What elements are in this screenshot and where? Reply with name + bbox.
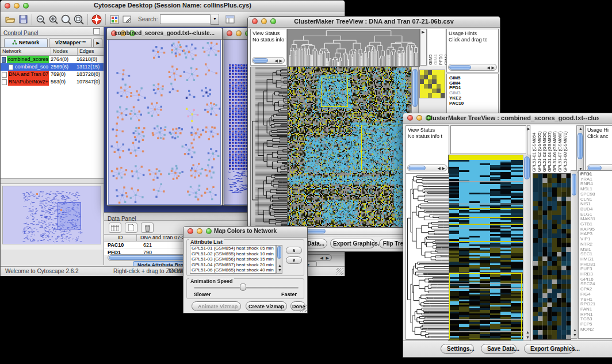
attribute-table-icon-button[interactable] xyxy=(109,223,121,233)
attribute-list-scrollbar[interactable]: ▲▼ xyxy=(276,245,282,274)
minimize-button[interactable] xyxy=(416,115,422,121)
network-row[interactable]: DNA and Tran 07769(0)183728(0) xyxy=(1,71,104,78)
attribute-item[interactable]: GPL51-03 (GSM856) heat shock 15 min xyxy=(190,256,276,262)
tv2-save-data-button[interactable]: Save Data... xyxy=(481,344,517,354)
tv1-column-dendrogram[interactable] xyxy=(287,29,420,67)
new-attribute-icon-button[interactable] xyxy=(125,223,137,233)
matrix-cell xyxy=(420,79,424,84)
column-label[interactable]: GPL51-03 (GSM856) xyxy=(542,126,547,172)
animation-slider-track[interactable] xyxy=(194,287,299,289)
column-label[interactable]: PFD1 xyxy=(438,30,443,65)
search-dropdown-button[interactable]: ▼ xyxy=(211,14,219,25)
attribute-list-label: Attribute List xyxy=(189,239,224,245)
tabs-overflow-arrow[interactable]: ▶ xyxy=(93,38,102,47)
column-label[interactable]: GPL51-07 (GSM868) xyxy=(557,126,563,172)
dialog-titlebar[interactable]: Map Colors to Network xyxy=(183,227,307,237)
tv2-gene-vscrollbar[interactable]: ▲▼ xyxy=(571,170,577,339)
tv1-detail-matrix[interactable] xyxy=(419,70,445,98)
tv1-heatmap-canvas[interactable] xyxy=(287,67,412,228)
gene-label[interactable]: PAC10 xyxy=(449,101,498,106)
toolbar-separator xyxy=(32,14,32,25)
toolbar-separator xyxy=(87,14,88,25)
matrix-cell xyxy=(420,89,424,93)
help-lifering-icon[interactable] xyxy=(90,14,103,25)
network-view-a-canvas[interactable] xyxy=(108,40,221,205)
tv2-settings-button[interactable]: Settings... xyxy=(441,344,474,354)
attribute-item[interactable]: GPL51-04 (GSM857) heat shock 20 min xyxy=(190,262,276,268)
matrix-cell xyxy=(432,79,436,84)
attribute-item[interactable]: GPL51-02 (GSM855) heat shock 10 min xyxy=(190,251,276,257)
zoom-selected-button[interactable] xyxy=(60,14,72,25)
minimize-button[interactable] xyxy=(236,30,242,36)
close-button[interactable] xyxy=(227,30,232,36)
table-icon-button[interactable] xyxy=(224,14,236,25)
matrix-cell xyxy=(441,79,445,84)
search-input[interactable] xyxy=(160,14,211,24)
column-label[interactable]: GPL51-06 (GSM865) xyxy=(552,126,557,172)
attribute-listbox[interactable]: GPL51-01 (GSM854) heat shock 05 minGPL51… xyxy=(190,245,276,274)
network-row[interactable]: combined_sco2569(6)13112(15) xyxy=(1,63,104,71)
attribute-up-button[interactable]: ∧ xyxy=(286,247,302,254)
tab-network[interactable]: Network xyxy=(4,38,48,47)
network-overview-canvas[interactable] xyxy=(2,186,101,244)
toolbar-separator xyxy=(105,14,106,25)
matrix-cell xyxy=(441,93,445,98)
tv2-status-scrollbar[interactable]: ◀▶ xyxy=(407,164,447,171)
zoom-fit-button[interactable] xyxy=(72,14,85,25)
float-panel-icon[interactable] xyxy=(93,28,100,35)
network-table: combined_scores2764(0)16218(0)combined_s… xyxy=(1,56,104,178)
animate-vizmap-button[interactable]: Animate Vizmap xyxy=(192,301,241,311)
animation-speed-group: Animation Speed Slower Faster xyxy=(186,278,304,299)
tv1-row-dendrogram[interactable] xyxy=(250,67,288,228)
column-label[interactable]: GPL51-01 (GSM854 xyxy=(531,126,537,172)
attribute-item[interactable]: GPL51-01 (GSM854) heat shock 05 min xyxy=(190,246,276,251)
vizmapper-icon-button[interactable] xyxy=(108,14,121,25)
treeview2-titlebar[interactable]: ClusterMaker TreeView : combined_scores_… xyxy=(403,113,612,124)
window-resize-grip[interactable] xyxy=(336,268,343,275)
attribute-item[interactable]: GPL51-07 (GSM868) heat shock 60 min xyxy=(190,273,276,274)
tv1-export-graphics-button[interactable]: Export Graphics... xyxy=(330,239,375,248)
main-titlebar[interactable]: Cytoscape Desktop (Session Name: collins… xyxy=(1,1,345,13)
column-label[interactable]: GPL51-04 (GSM857) xyxy=(547,126,552,172)
attribute-down-button[interactable]: ∨ xyxy=(286,256,302,264)
tv2-labels-vscrollbar[interactable]: ▲▼ xyxy=(576,125,584,173)
tv2-gene-list-panel: PFD1YRA1RNR4MSL1SPC98CLN1NIS1BUD4ELG1MAK… xyxy=(578,170,612,339)
zoom-in-button[interactable] xyxy=(47,14,60,25)
open-file-button[interactable] xyxy=(4,14,17,25)
create-vizmap-button[interactable]: Create Vizmap xyxy=(246,301,287,311)
column-label[interactable]: GIM4 xyxy=(433,30,438,65)
tv2-heatmap-canvas[interactable] xyxy=(448,155,523,341)
network-row[interactable]: RNAPuberNov2+563(0)107847(0) xyxy=(1,78,104,86)
tv2-column-tree-panel[interactable] xyxy=(450,125,526,154)
column-label[interactable]: GIM5 xyxy=(428,30,433,65)
panel-splitter[interactable] xyxy=(1,178,104,184)
matrix-cell xyxy=(432,93,436,98)
network-row[interactable]: combined_scores2764(0)16218(0) xyxy=(1,56,104,63)
column-label[interactable]: GPL51-02 (GSM855) xyxy=(537,126,542,172)
tv2-row-dendrogram[interactable] xyxy=(406,173,449,340)
matrix-cell xyxy=(428,75,432,79)
gene-label[interactable]: MON2 xyxy=(580,327,612,332)
tab-vizmapper[interactable]: VizMapper™ xyxy=(49,38,93,47)
dialog-resize-grip[interactable] xyxy=(300,305,307,312)
network-a-titlebar[interactable]: combined_scores_good.txt--cluste... xyxy=(107,28,222,40)
annotation-icon-button[interactable] xyxy=(121,14,133,25)
animation-slider-thumb[interactable] xyxy=(240,283,246,291)
treeview1-titlebar[interactable]: ClusterMaker TreeView : DNA and Tran 07-… xyxy=(248,17,500,28)
column-label[interactable]: GPL51-08 (GSM872) xyxy=(563,126,568,172)
tv2-export-graphics-button[interactable]: Export Graphics... xyxy=(524,344,573,354)
matrix-cell xyxy=(424,70,428,75)
tv2-button-bar: Settings... Save Data... Export Graphics… xyxy=(403,340,612,357)
attribute-list-group: Attribute List GPL51-01 (GSM854) heat sh… xyxy=(186,239,304,276)
tv2-heatmap-vscrollbar[interactable]: ▲▼ xyxy=(523,155,531,341)
attribute-item[interactable]: GPL51-06 (GSM865) heat shock 40 min xyxy=(190,267,276,273)
tv1-status-scrollbar[interactable]: ◀▶ xyxy=(252,57,285,64)
matrix-cell xyxy=(420,70,424,75)
close-button[interactable] xyxy=(407,115,413,121)
zoom-out-button[interactable] xyxy=(35,14,47,25)
tv1-hints-scrollbar[interactable]: ◀▶ xyxy=(448,64,497,71)
tv2-detail-heatmap-canvas[interactable] xyxy=(533,173,571,340)
document-icon xyxy=(2,72,7,78)
delete-attribute-trash-icon[interactable] xyxy=(141,223,154,233)
save-button[interactable] xyxy=(17,14,29,25)
